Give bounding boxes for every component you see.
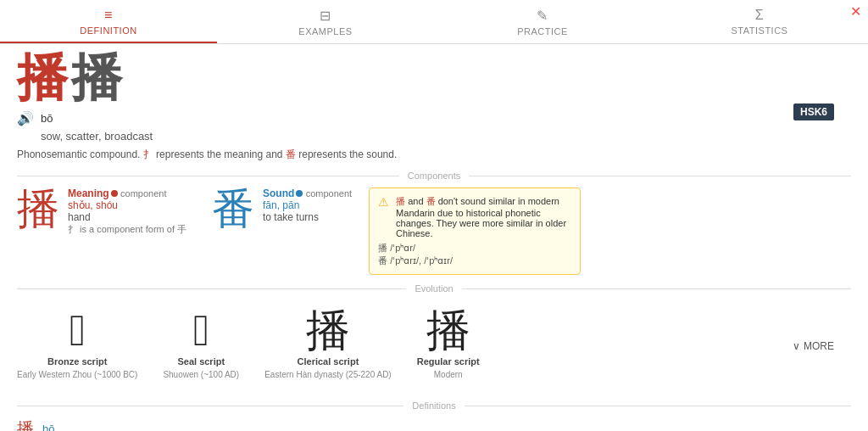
nav-definition[interactable]: ≡ DEFINITION — [0, 0, 217, 43]
definitions-divider: Definitions — [17, 400, 851, 411]
hsk-badge: HSK6 — [793, 104, 834, 120]
evo-label-bronze: Bronze script — [47, 356, 107, 367]
chevron-down-icon: ∨ — [793, 340, 800, 352]
practice-icon: ✎ — [537, 8, 548, 24]
evo-sublabel-bronze: Early Western Zhou (~1000 BC) — [17, 370, 137, 379]
evo-sublabel-clerical: Eastern Hàn dynasty (25-220 AD) — [264, 370, 392, 379]
definition-icon: ≡ — [104, 8, 113, 23]
components-label: Components — [399, 171, 469, 181]
content-area: 播 播 HSK6 🔊 bō sow, scatter, broadcast Ph… — [0, 44, 868, 431]
sound-component: 番 Sound component fān, pān to take turns — [212, 188, 352, 230]
char-header: 播 播 — [17, 53, 851, 104]
nav-practice[interactable]: ✎ PRACTICE — [434, 0, 651, 43]
warning-box: ⚠ 播 and 番 don't sound similar in modern … — [369, 188, 581, 275]
meaning-component: 播 Meaning component shǒu, shóu hand 扌 is… — [17, 188, 186, 236]
warning-char2: 番 — [426, 196, 436, 206]
definitions-label: Definitions — [403, 400, 464, 411]
more-button[interactable]: ∨ MORE — [793, 340, 834, 352]
main-char-gray: 播 — [71, 53, 122, 104]
sound-label: Sound — [263, 188, 294, 199]
evo-clerical: 播 Clerical script Eastern Hàn dynasty (2… — [264, 309, 392, 379]
evo-sublabel-regular: Modern — [434, 370, 463, 379]
warning-text: 播 and 番 don't sound similar in modern Ma… — [396, 195, 571, 238]
def-pinyin: bō — [42, 423, 54, 431]
nav-examples-label: EXAMPLES — [298, 26, 352, 36]
top-navigation: ≡ DEFINITION ⊟ EXAMPLES ✎ PRACTICE Σ STA… — [0, 0, 868, 44]
pinyin-text: bō — [41, 112, 53, 125]
evolution-row: 𤰇 Bronze script Early Western Zhou (~100… — [17, 309, 480, 383]
pinyin-row: 🔊 bō — [17, 110, 851, 126]
evo-char-seal: 𤰉 — [193, 309, 209, 353]
examples-icon: ⊟ — [320, 8, 331, 24]
meaning-component-info: Meaning component shǒu, shóu hand 扌 is a… — [68, 188, 186, 236]
evo-label-regular: Regular script — [417, 356, 480, 367]
more-label: MORE — [804, 340, 834, 352]
evo-char-bronze: 𤰇 — [70, 309, 86, 353]
evo-bronze: 𤰇 Bronze script Early Western Zhou (~100… — [17, 309, 137, 379]
nav-statistics-label: STATISTICS — [732, 25, 788, 36]
sound-pinyin: fān, pān — [263, 199, 352, 211]
phonosemantic-char2: 番 — [286, 148, 296, 160]
statistics-icon: Σ — [755, 8, 764, 23]
meaning-meaning: hand — [68, 211, 186, 223]
nav-practice-label: PRACTICE — [517, 26, 568, 36]
evo-label-seal: Seal script — [177, 356, 225, 367]
phonosemantic-before: Phonosemantic compound. — [17, 148, 143, 160]
evo-seal: 𤰉 Seal script Shuowen (~100 AD) — [163, 309, 239, 379]
phonosemantic-after: represents the sound. — [296, 148, 397, 160]
evo-char-regular: 播 — [426, 309, 470, 353]
meaning-text: sow, scatter, broadcast — [41, 130, 851, 143]
close-button[interactable]: ✕ — [850, 5, 861, 19]
meaning-component-char: 播 — [17, 188, 59, 230]
components-divider: Components — [17, 171, 851, 181]
sound-meaning: to take turns — [263, 211, 352, 223]
evolution-label: Evolution — [406, 283, 461, 294]
meaning-dot — [111, 190, 118, 197]
phonosemantic-row: Phonosemantic compound. 扌 represents the… — [17, 148, 851, 162]
sound-dot — [296, 190, 303, 197]
sound-component-char: 番 — [212, 188, 254, 230]
def-char: 播 — [17, 417, 34, 431]
sound-component-info: Sound component fān, pān to take turns — [263, 188, 352, 223]
main-char-red: 播 — [17, 53, 68, 104]
meaning-label: Meaning — [68, 188, 109, 199]
sound-icon[interactable]: 🔊 — [17, 110, 34, 126]
warning-pron1: 播 /ˈpʰɑr/ 番 /ˈpʰɑrɪ/, /ˈpʰɑɪr/ — [378, 242, 571, 267]
evolution-divider: Evolution — [17, 283, 851, 294]
warning-char1: 播 — [396, 196, 405, 206]
meaning-sub: 扌 is a component form of 手 — [68, 223, 186, 236]
meaning-pinyin: shǒu, shóu — [68, 199, 186, 211]
definition-row: 播 bō — [17, 417, 851, 431]
evo-char-clerical: 播 — [306, 309, 350, 353]
nav-statistics[interactable]: Σ STATISTICS — [651, 0, 868, 43]
evo-sublabel-seal: Shuowen (~100 AD) — [163, 370, 239, 379]
evo-label-clerical: Clerical script — [298, 356, 359, 367]
nav-definition-label: DEFINITION — [80, 25, 136, 36]
phonosemantic-char1: 扌 — [143, 148, 153, 160]
warning-icon: ⚠ — [378, 195, 389, 209]
nav-examples[interactable]: ⊟ EXAMPLES — [217, 0, 434, 43]
evo-regular: 播 Regular script Modern — [417, 309, 480, 379]
phonosemantic-middle: represents the meaning and — [153, 148, 286, 160]
